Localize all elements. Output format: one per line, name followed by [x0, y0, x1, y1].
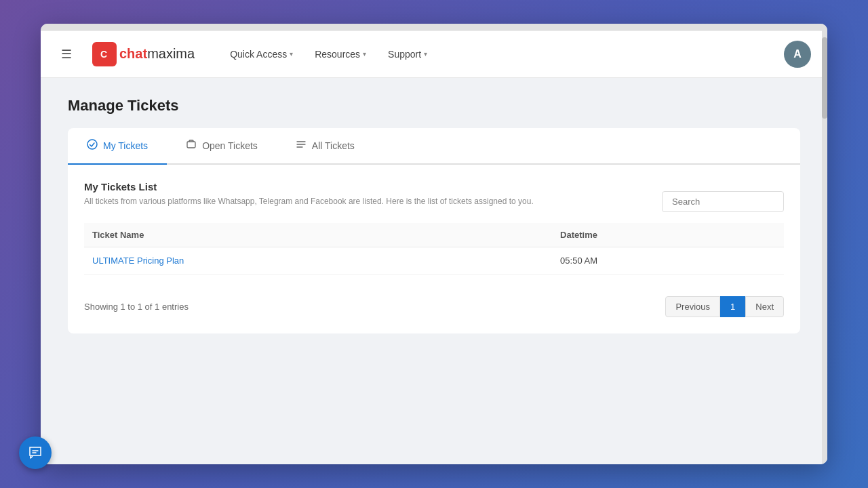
- support-label: Support: [388, 49, 421, 60]
- column-datetime: Datetime: [552, 223, 784, 247]
- ticket-name-cell: ULTIMATE Pricing Plan: [84, 247, 552, 274]
- quick-access-chevron-icon: ▾: [290, 50, 293, 58]
- tab-my-tickets[interactable]: My Tickets: [68, 128, 167, 165]
- tab-all-tickets[interactable]: All Tickets: [277, 128, 374, 165]
- pagination-row: Showing 1 to 1 of 1 entries Previous 1 N…: [84, 291, 784, 317]
- resources-label: Resources: [315, 49, 360, 60]
- svg-rect-3: [187, 142, 195, 148]
- column-ticket-name: Ticket Name: [84, 223, 552, 247]
- ticket-panel: My Tickets List All tickets from various…: [68, 165, 800, 333]
- tab-my-tickets-label: My Tickets: [103, 140, 148, 151]
- quick-access-label: Quick Access: [230, 49, 287, 60]
- support-chevron-icon: ▾: [424, 50, 427, 58]
- support-menu[interactable]: Support ▾: [380, 43, 435, 65]
- quick-access-menu[interactable]: Quick Access ▾: [222, 43, 301, 65]
- page-title: Manage Tickets: [68, 97, 800, 115]
- resources-menu[interactable]: Resources ▾: [307, 43, 374, 65]
- tickets-table: Ticket Name Datetime ULTIMATE Pricing Pl…: [84, 223, 784, 274]
- next-button[interactable]: Next: [745, 296, 784, 317]
- logo-icon: C: [92, 42, 117, 66]
- scrollbar[interactable]: [822, 24, 827, 464]
- tabs-container: My Tickets Open Tickets: [68, 128, 800, 165]
- search-input[interactable]: [662, 191, 784, 212]
- table-body: ULTIMATE Pricing Plan 05:50 AM: [84, 247, 784, 274]
- entries-text: Showing 1 to 1 of 1 entries: [84, 302, 189, 312]
- navbar: ☰ C chatmaxima Quick Access: [41, 30, 827, 78]
- table-header: Ticket Name Datetime: [84, 223, 784, 247]
- logo-text: chatmaxima: [119, 46, 195, 62]
- scrollbar-thumb: [822, 37, 827, 119]
- previous-button[interactable]: Previous: [665, 296, 720, 317]
- my-tickets-check-icon: [87, 139, 98, 152]
- all-tickets-icon: [296, 139, 307, 152]
- nav-links: Quick Access ▾ Resources ▾ Support ▾: [222, 43, 435, 65]
- hamburger-button[interactable]: ☰: [57, 43, 76, 66]
- table-row: ULTIMATE Pricing Plan 05:50 AM: [84, 247, 784, 274]
- avatar[interactable]: A: [784, 41, 811, 68]
- pagination-controls: Previous 1 Next: [665, 296, 784, 317]
- ticket-datetime-cell: 05:50 AM: [552, 247, 784, 274]
- tab-open-tickets[interactable]: Open Tickets: [167, 128, 277, 165]
- open-tickets-icon: [186, 139, 197, 152]
- page-1-button[interactable]: 1: [720, 296, 745, 317]
- tab-open-tickets-label: Open Tickets: [202, 140, 258, 151]
- svg-point-2: [87, 140, 97, 149]
- resources-chevron-icon: ▾: [363, 50, 366, 58]
- ticket-name-link[interactable]: ULTIMATE Pricing Plan: [92, 256, 184, 266]
- logo: C chatmaxima: [92, 42, 195, 66]
- svg-text:C: C: [100, 49, 107, 60]
- main-content: Manage Tickets My Tickets: [41, 78, 827, 352]
- chat-fab-button[interactable]: [19, 436, 52, 469]
- tab-all-tickets-label: All Tickets: [312, 140, 355, 151]
